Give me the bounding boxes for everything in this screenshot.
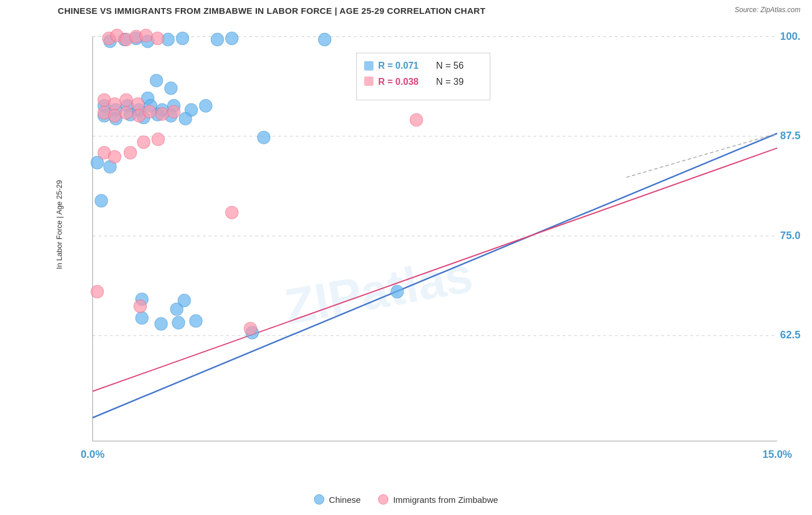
svg-text:62.5%: 62.5% (780, 329, 800, 341)
svg-point-75 (108, 150, 121, 163)
svg-text:15.0%: 15.0% (762, 448, 792, 460)
svg-point-69 (120, 106, 133, 119)
svg-text:R = 0.071: R = 0.071 (378, 60, 419, 70)
svg-point-49 (172, 316, 185, 329)
svg-point-21 (176, 32, 189, 44)
svg-point-79 (91, 285, 103, 298)
svg-point-68 (108, 109, 121, 122)
svg-text:R = 0.038: R = 0.038 (378, 76, 419, 87)
svg-point-43 (179, 112, 192, 125)
svg-point-82 (225, 206, 238, 219)
svg-rect-88 (364, 77, 374, 86)
chart-title: CHINESE VS IMMIGRANTS FROM ZIMBABWE IN L… (58, 6, 800, 16)
svg-line-14 (92, 148, 777, 391)
scatter-plot: .grid-line { stroke: #ccc; stroke-width:… (46, 19, 800, 476)
svg-text:75.0%: 75.0% (780, 230, 800, 241)
svg-point-62 (151, 32, 164, 44)
svg-point-36 (199, 99, 212, 112)
legend-label-zimbabwe: Immigrants from Zimbabwe (393, 495, 498, 505)
svg-rect-84 (356, 53, 490, 100)
svg-text:100.0%: 100.0% (780, 30, 800, 42)
svg-text:ZIPatlas: ZIPatlas (281, 247, 476, 335)
svg-point-55 (258, 131, 270, 144)
legend-item-zimbabwe: Immigrants from Zimbabwe (378, 494, 498, 505)
svg-point-73 (167, 105, 180, 118)
source-label: Source: ZipAtlas.com (735, 6, 800, 14)
chart-container: CHINESE VS IMMIGRANTS FROM ZIMBABWE IN L… (0, 0, 812, 515)
svg-point-71 (143, 105, 156, 118)
svg-text:87.5%: 87.5% (780, 130, 800, 141)
svg-point-76 (124, 146, 137, 159)
svg-point-25 (150, 74, 163, 87)
legend-item-chinese: Chinese (314, 494, 361, 505)
svg-point-51 (178, 294, 191, 307)
svg-point-53 (155, 318, 167, 330)
svg-point-80 (134, 300, 147, 312)
svg-point-83 (410, 113, 423, 126)
chart-legend: Chinese Immigrants from Zimbabwe (314, 494, 498, 505)
svg-point-46 (95, 195, 107, 207)
legend-label-chinese: Chinese (329, 495, 361, 505)
svg-point-52 (136, 312, 148, 324)
svg-point-50 (189, 315, 202, 327)
svg-point-56 (391, 285, 404, 298)
svg-point-72 (156, 107, 169, 120)
zimbabwe-color-swatch (378, 494, 389, 505)
svg-point-22 (211, 33, 224, 46)
svg-rect-85 (364, 61, 374, 70)
svg-point-65 (120, 94, 133, 106)
svg-text:N = 39: N = 39 (436, 76, 464, 87)
chinese-color-swatch (314, 494, 325, 505)
svg-point-64 (108, 98, 121, 110)
svg-point-81 (244, 322, 257, 335)
svg-line-13 (92, 133, 777, 417)
svg-text:N = 56: N = 56 (436, 60, 464, 70)
svg-point-61 (140, 29, 152, 42)
svg-point-66 (132, 98, 144, 110)
svg-line-15 (627, 133, 777, 177)
svg-point-26 (165, 82, 177, 95)
svg-point-23 (225, 32, 238, 44)
svg-point-24 (318, 33, 331, 46)
svg-text:0.0%: 0.0% (81, 448, 105, 460)
chart-area: .grid-line { stroke: #ccc; stroke-width:… (46, 19, 800, 476)
svg-point-77 (137, 136, 150, 148)
svg-point-78 (152, 133, 165, 145)
y-axis-label: In Labor Force | Age 25-29 (55, 180, 64, 269)
